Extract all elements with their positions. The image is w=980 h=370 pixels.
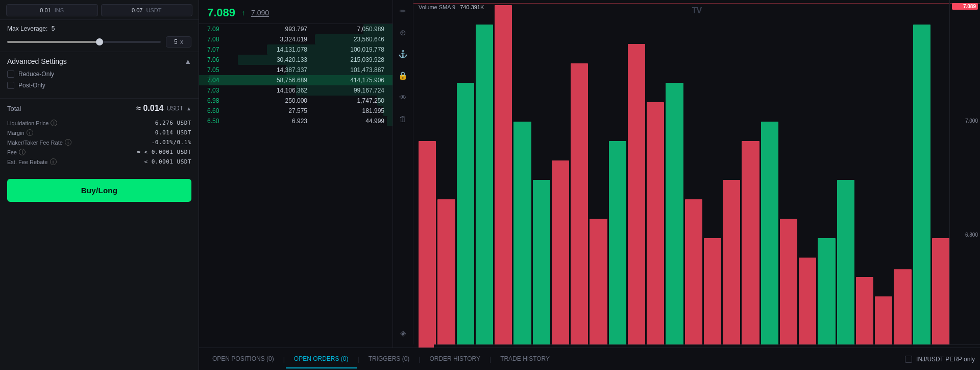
orderbook-row[interactable]: 6.98250.0001,747.250: [199, 96, 393, 106]
volume-bar: [932, 238, 949, 355]
fee-key: Fee i: [7, 149, 26, 155]
leverage-section: Max Leverage: 5 5 x: [0, 20, 199, 52]
orderbook-row[interactable]: 6.506.92344.999: [199, 116, 393, 126]
volume-bar: [666, 83, 683, 355]
fee-row: Fee i ≈ < 0.0001 USDT: [7, 147, 191, 157]
volume-bar: [894, 269, 911, 355]
orderbook-row[interactable]: 7.0714,131.078100,019.778: [199, 44, 393, 55]
volume-bar: [685, 199, 702, 355]
liquidation-info-icon[interactable]: i: [51, 120, 57, 126]
orderbook-row[interactable]: 7.083,324.01923,560.646: [199, 34, 393, 44]
current-price: 7.089: [207, 6, 235, 19]
tab-trade-history[interactable]: TRADE HISTORY: [492, 350, 558, 368]
ob-size: 27.575: [256, 107, 307, 114]
fee-info-icon[interactable]: i: [19, 149, 26, 155]
ob-price: 6.60: [207, 107, 235, 114]
tab-open-orders[interactable]: OPEN ORDERS (0): [286, 350, 357, 368]
layers-icon[interactable]: ◈: [396, 326, 410, 340]
lock-icon[interactable]: 🔒: [396, 68, 410, 83]
volume-bar: [590, 219, 607, 355]
buy-long-button[interactable]: Buy/Long: [7, 179, 191, 202]
volume-bar: [742, 141, 759, 355]
chart-area: Volume SMA 9 740.391K TV 7.089 7.000 6.8…: [413, 0, 980, 370]
liquidation-price-row: Liquidation Price i 6.276 USDT: [7, 118, 191, 128]
price-axis: 7.089 7.000 6.800 6.600: [949, 0, 980, 355]
fee-value: ≈ < 0.0001 USDT: [137, 149, 191, 155]
ob-price: 7.03: [207, 87, 235, 94]
volume-bar: [837, 180, 854, 355]
post-only-checkbox[interactable]: [7, 82, 14, 89]
liquidation-price-key: Liquidation Price i: [7, 120, 57, 126]
ob-price: 7.08: [207, 36, 235, 43]
reduce-only-row: Reduce-Only: [7, 71, 191, 78]
volume-bar: [457, 83, 474, 355]
total-chevron-icon[interactable]: ▲: [186, 106, 191, 111]
tab-open-positions[interactable]: OPEN POSITIONS (0): [204, 350, 282, 368]
chart-left-toolbar: ✏ ⊕ ⚓ 🔒 👁 🗑 ◈: [393, 0, 413, 344]
quantity-input-usdt[interactable]: 0.07 USDT: [101, 4, 193, 16]
ob-total: 1,747.250: [328, 97, 384, 104]
ob-size: 3,324.019: [256, 36, 307, 43]
ob-size: 993.797: [256, 26, 307, 33]
fee-rate-row: Maker/Taker Fee Rate i -0.01%/0.1%: [7, 137, 191, 147]
volume-bar: [476, 25, 493, 355]
reduce-only-label: Reduce-Only: [18, 71, 54, 78]
leverage-slider-thumb[interactable]: [96, 38, 103, 45]
orderbook-row[interactable]: 7.0514,387.337101,473.887: [199, 65, 393, 75]
fee-rebate-info-icon[interactable]: i: [50, 158, 57, 165]
volume-bar: [495, 5, 512, 355]
volume-bar: [723, 180, 740, 355]
orderbook-row[interactable]: 6.6027.575181.995: [199, 106, 393, 116]
reduce-only-checkbox[interactable]: [7, 71, 14, 78]
trash-icon[interactable]: 🗑: [396, 111, 410, 126]
volume-bar: [704, 238, 721, 355]
fee-rebate-key: Est. Fee Rebate i: [7, 158, 57, 165]
collapse-icon[interactable]: ▲: [184, 57, 191, 65]
margin-row: Margin i 0.014 USDT: [7, 128, 191, 137]
tab-order-history[interactable]: ORDER HISTORY: [421, 350, 488, 368]
perp-only-label: INJ/USDT PERP only: [916, 356, 975, 363]
volume-bar: [780, 219, 797, 355]
advanced-settings-title: Advanced Settings: [7, 57, 67, 65]
perp-only-checkbox[interactable]: [905, 356, 912, 363]
orderbook-panel: 7.089 ↑ 7.090 7.09993.7977,050.9897.083,…: [199, 0, 393, 370]
ob-size: 6.923: [256, 118, 307, 125]
leverage-slider-track[interactable]: [7, 41, 161, 43]
volume-bar: [571, 63, 588, 355]
ob-size: 250.000: [256, 97, 307, 104]
main-container: 0.01 INS 0.07 USDT Max Leverage: 5 5 x: [0, 0, 980, 370]
orderbook-table: 7.09993.7977,050.9897.083,324.01923,560.…: [199, 24, 393, 370]
volume-bar: [513, 122, 531, 355]
ob-total: 181.995: [328, 107, 384, 114]
left-panel: 0.01 INS 0.07 USDT Max Leverage: 5 5 x: [0, 0, 199, 370]
margin-info-icon[interactable]: i: [27, 129, 33, 136]
volume-bar: [437, 199, 455, 355]
volume-bar: [609, 141, 626, 355]
ob-price: 7.09: [207, 26, 235, 33]
volume-bar: [856, 277, 873, 355]
tab-triggers[interactable]: TRIGGERS (0): [360, 350, 418, 368]
orderbook-row[interactable]: 7.0314,106.36299,167.724: [199, 85, 393, 96]
leverage-value-display: 5 x: [166, 36, 191, 48]
fee-rebate-value: < 0.0001 USDT: [144, 158, 191, 165]
advanced-settings-header: Advanced Settings ▲: [7, 57, 191, 65]
volume-bar: [799, 258, 816, 355]
perp-only-filter: INJ/USDT PERP only: [905, 356, 975, 363]
orderbook-row[interactable]: 7.09993.7977,050.989: [199, 24, 393, 34]
crosshair-icon[interactable]: ⊕: [396, 26, 410, 40]
orderbook-row[interactable]: 7.0458,756.689414,175.906: [199, 75, 393, 85]
leverage-label: Max Leverage: 5: [7, 25, 191, 32]
volume-bar: [913, 25, 930, 355]
anchor-icon[interactable]: ⚓: [396, 47, 410, 61]
ob-price: 6.98: [207, 97, 235, 104]
volume-bar: [552, 160, 569, 355]
price-label-current: 7.089: [952, 3, 978, 10]
pencil-icon[interactable]: ✏: [396, 4, 410, 18]
orderbook-row[interactable]: 7.0630,420.133215,039.928: [199, 55, 393, 65]
quantity-input-ins[interactable]: 0.01 INS: [6, 4, 98, 16]
eye-icon[interactable]: 👁: [396, 90, 410, 104]
post-only-label: Post-Only: [18, 82, 45, 89]
total-section: Total ≈ 0.014 USDT ▲ Liquidation Price i…: [0, 98, 199, 172]
fee-rate-value: -0.01%/0.1%: [152, 139, 191, 146]
fee-rate-info-icon[interactable]: i: [65, 139, 71, 146]
